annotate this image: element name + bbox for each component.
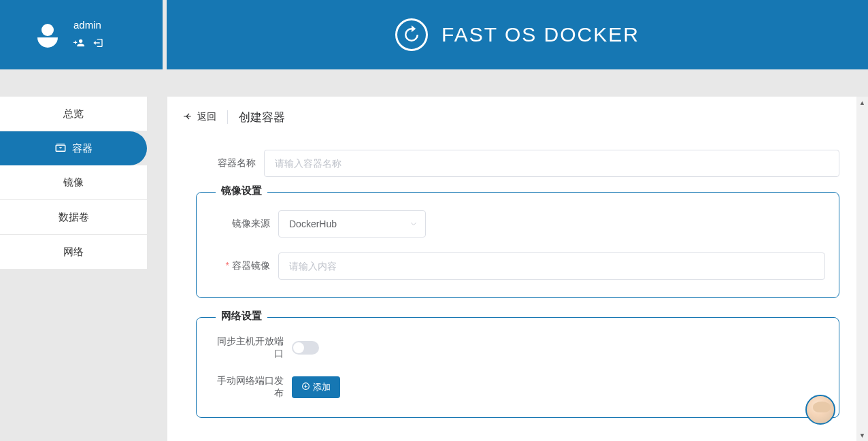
image-source-select[interactable]: DockerHub	[278, 210, 426, 238]
user-name-label: admin	[73, 19, 103, 31]
sync-host-ports-switch[interactable]	[292, 341, 319, 355]
fieldset-network-settings: 网络设置 同步主机开放端口 手动网络端口发布	[196, 317, 839, 418]
user-avatar-icon	[34, 21, 61, 48]
main: 总览 容器 镜像 数据卷 网络 返回	[0, 97, 868, 441]
sidebar-item-images[interactable]: 镜像	[0, 165, 147, 199]
brand-logo-icon	[395, 18, 428, 51]
page-title: 创建容器	[239, 110, 285, 125]
row-sync-host-ports: 同步主机开放端口	[210, 336, 825, 360]
header-user-block: admin	[0, 0, 163, 69]
fieldset-image-settings: 镜像设置 镜像来源 DockerHub	[196, 192, 839, 298]
header-brand: FAST OS DOCKER	[167, 0, 868, 69]
label-container-name: 容器名称	[196, 157, 264, 169]
sidebar-item-overview[interactable]: 总览	[0, 97, 147, 131]
user-add-icon[interactable]	[73, 37, 84, 51]
scroll-down-arrow-icon[interactable]: ▼	[856, 429, 868, 441]
legend-network-settings: 网络设置	[216, 310, 267, 323]
sidebar-item-label: 网络	[63, 246, 84, 259]
logout-icon[interactable]	[93, 37, 103, 51]
header: admin FAST OS DOCKER	[0, 0, 868, 69]
user-info: admin	[73, 19, 103, 51]
sidebar-item-label: 镜像	[63, 176, 84, 189]
scroll-up-arrow-icon[interactable]: ▲	[856, 97, 868, 108]
page-scrollbar[interactable]: ▲ ▼	[856, 97, 868, 441]
label-sync-host-ports: 同步主机开放端口	[210, 336, 292, 360]
container-icon	[54, 142, 67, 156]
row-container-image: *容器镜像	[210, 252, 825, 280]
legend-image-settings: 镜像设置	[216, 184, 267, 197]
sidebar-item-label: 总览	[63, 108, 84, 120]
sidebar-item-label: 容器	[72, 142, 93, 155]
add-port-button[interactable]: 添加	[292, 376, 340, 398]
content-wrap: 返回 创建容器 容器名称 镜像设置 镜像来源	[147, 97, 868, 441]
label-manual-port-publish: 手动网络端口发布	[210, 375, 292, 399]
row-manual-port-publish: 手动网络端口发布 添加	[210, 375, 825, 399]
content-panel: 返回 创建容器 容器名称 镜像设置 镜像来源	[167, 97, 868, 441]
label-image-source: 镜像来源	[210, 218, 278, 230]
add-button-label: 添加	[313, 381, 331, 393]
container-name-input[interactable]	[264, 150, 839, 177]
chevron-down-icon	[409, 219, 418, 229]
container-image-input[interactable]	[278, 252, 825, 280]
label-container-image: *容器镜像	[210, 260, 278, 272]
sidebar-item-containers[interactable]: 容器	[0, 131, 147, 165]
row-container-name: 容器名称	[196, 150, 839, 177]
sidebar-item-network[interactable]: 网络	[0, 235, 147, 269]
brand-title: FAST OS DOCKER	[441, 23, 639, 46]
row-image-source: 镜像来源 DockerHub	[210, 210, 825, 238]
sidebar-item-volumes[interactable]: 数据卷	[0, 200, 147, 234]
scrollbar-track[interactable]	[856, 108, 868, 429]
image-source-value: DockerHub	[289, 218, 337, 229]
floating-avatar-button[interactable]	[805, 395, 835, 425]
back-label: 返回	[197, 111, 216, 123]
plus-circle-icon	[301, 382, 310, 393]
arrow-left-icon	[182, 111, 193, 124]
divider	[227, 110, 228, 124]
page-head: 返回 创建容器	[182, 103, 853, 131]
sidebar: 总览 容器 镜像 数据卷 网络	[0, 97, 147, 441]
sidebar-item-label: 数据卷	[59, 211, 89, 224]
create-container-form: 容器名称 镜像设置 镜像来源 DockerHub	[182, 131, 853, 441]
back-button[interactable]: 返回	[182, 111, 216, 124]
